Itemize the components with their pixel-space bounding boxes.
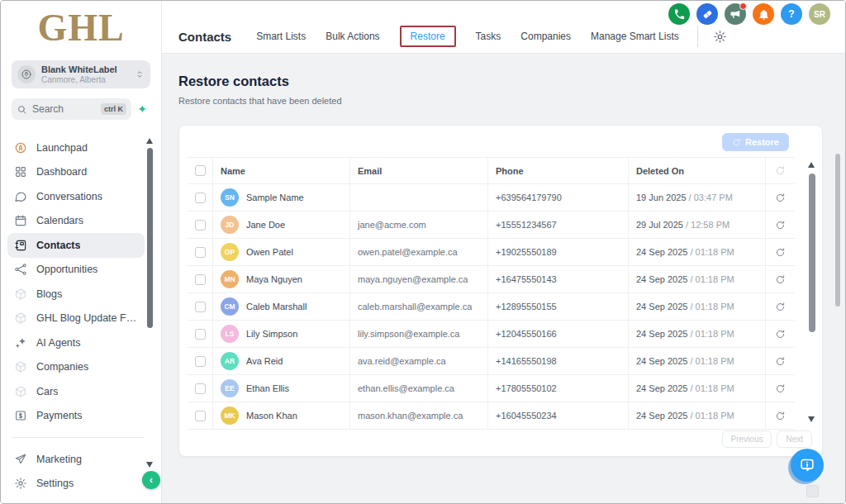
previous-button[interactable]: Previous <box>722 430 772 448</box>
support-chat-button[interactable] <box>791 449 824 482</box>
row-checkbox[interactable] <box>195 193 206 203</box>
restore-row-button[interactable] <box>775 274 786 285</box>
refresh-icon <box>775 302 786 312</box>
deleted-on-cell: 24 Sep 2025 / 01:18 PM <box>628 402 765 429</box>
scrollbar-thumb[interactable] <box>147 148 153 328</box>
payments-icon <box>14 409 27 422</box>
search-icon <box>17 104 27 115</box>
nav-extra <box>697 26 727 47</box>
row-checkbox[interactable] <box>195 247 206 258</box>
sidebar-item-opportunities[interactable]: Opportunities <box>7 258 145 283</box>
restore-row-button[interactable] <box>775 411 786 421</box>
bell-button[interactable] <box>753 3 774 25</box>
sidebar-item-settings[interactable]: Settings <box>7 472 145 497</box>
tab-bulk-actions[interactable]: Bulk Actions <box>326 31 379 42</box>
restore-contacts-subtitle: Restore contacts that have been deleted <box>178 96 342 106</box>
restore-button[interactable]: Restore <box>722 133 789 151</box>
sidebar-item-blogs[interactable]: Blogs <box>7 282 145 307</box>
sidebar-item-label: Dashboard <box>36 166 87 178</box>
sidebar-item-ghl-blog-update-fol[interactable]: GHL Blog Update Fol... <box>7 307 145 331</box>
settings-gear-icon[interactable] <box>713 30 727 44</box>
restore-table-card: Restore Name Email Phone Deleted On SNSa… <box>178 125 823 457</box>
tab-tasks[interactable]: Tasks <box>476 31 501 42</box>
email-cell <box>349 184 487 211</box>
scroll-down-arrow[interactable] <box>808 416 815 422</box>
search-row: Search ctrl K ✦ <box>12 98 150 120</box>
search-input[interactable]: Search ctrl K <box>12 98 131 120</box>
contacts-icon <box>14 239 27 252</box>
sidebar-item-marketing[interactable]: Marketing <box>7 447 145 472</box>
sidebar-item-dashboard[interactable]: Dashboard <box>7 160 145 185</box>
checkbox-cell <box>188 348 212 374</box>
sidebar-item-launchpad[interactable]: Launchpad <box>7 136 145 160</box>
bell-icon <box>758 8 770 21</box>
contact-name: Lily Simpson <box>246 329 297 339</box>
row-checkbox[interactable] <box>195 356 206 367</box>
restore-row-cell <box>765 184 795 211</box>
scroll-up-arrow[interactable] <box>146 138 153 144</box>
scroll-down-arrow[interactable] <box>146 462 153 468</box>
restore-row-button[interactable] <box>775 302 786 312</box>
scrollbar-thumb[interactable] <box>809 174 815 332</box>
sidebar-item-conversations[interactable]: Conversations <box>7 184 145 209</box>
restore-row-button[interactable] <box>775 356 786 367</box>
restore-row-button[interactable] <box>775 193 786 203</box>
restore-icon <box>732 138 741 147</box>
restore-row-cell <box>765 239 795 265</box>
table-scrollbar[interactable] <box>808 162 816 428</box>
sidebar-item-label: Cars <box>36 386 58 397</box>
sidebar-item-contacts[interactable]: Contacts <box>7 233 145 258</box>
row-checkbox[interactable] <box>195 220 206 231</box>
phone-cell: +16475550143 <box>487 266 628 292</box>
cube-icon <box>14 385 27 398</box>
page-scrollbar-thumb[interactable] <box>835 154 840 307</box>
row-checkbox[interactable] <box>195 383 206 394</box>
row-checkbox[interactable] <box>195 302 206 312</box>
main-content: Restore contacts Restore contacts that h… <box>162 54 845 503</box>
checkbox-cell <box>188 293 212 320</box>
sidebar-item-payments[interactable]: Payments <box>7 404 145 429</box>
ai-sparkle-icon[interactable]: ✦ <box>134 102 150 116</box>
collapse-sidebar-button[interactable]: ‹ <box>142 471 160 489</box>
checkbox-cell <box>188 375 212 402</box>
sidebar-item-calendars[interactable]: Calendars <box>7 209 145 234</box>
sidebar-item-companies[interactable]: Companies <box>7 355 145 380</box>
chevron-updown-icon <box>135 68 145 81</box>
tab-restore[interactable]: Restore <box>400 26 456 47</box>
megaphone-button[interactable] <box>725 3 746 25</box>
sidebar-item-cars[interactable]: Cars <box>7 379 145 404</box>
scroll-up-arrow[interactable] <box>808 162 815 168</box>
phone-cell: +639564179790 <box>487 184 628 211</box>
tab-bar: Smart ListsBulk ActionsRestoreTasksCompa… <box>256 26 679 47</box>
restore-row-button[interactable] <box>775 220 786 231</box>
help-button[interactable]: ? <box>781 3 802 25</box>
select-all-checkbox[interactable] <box>195 165 206 176</box>
next-button[interactable]: Next <box>777 430 812 448</box>
tab-companies[interactable]: Companies <box>520 31 571 42</box>
phone-cell: +16045550234 <box>487 402 628 429</box>
tab-smart-lists[interactable]: Smart Lists <box>256 31 306 42</box>
restore-row-button[interactable] <box>775 383 786 394</box>
help-label: ? <box>788 8 794 20</box>
row-checkbox[interactable] <box>195 274 206 285</box>
deleted-time: / 01:18 PM <box>687 274 734 284</box>
ticket-button[interactable] <box>696 3 718 25</box>
restore-row-cell <box>765 266 795 292</box>
location-badge-icon <box>17 65 36 83</box>
row-checkbox[interactable] <box>195 411 206 421</box>
phone-button[interactable] <box>668 3 690 25</box>
row-checkbox[interactable] <box>195 329 206 340</box>
table-row: OPOwen Patelowen.patel@example.ca+190255… <box>188 239 795 266</box>
restore-row-button[interactable] <box>775 329 786 340</box>
restore-row-cell <box>765 348 795 374</box>
email-cell: ava.reid@example.ca <box>349 348 487 374</box>
location-switcher[interactable]: Blank WhiteLabel Canmore, Alberta <box>12 60 150 88</box>
avatar-button[interactable]: SR <box>809 3 830 25</box>
sidebar-item-label: Calendars <box>36 215 83 226</box>
restore-column-header <box>765 158 795 183</box>
sidebar-item-ai-agents[interactable]: AI Agents <box>7 330 145 355</box>
sidebar-scrollbar[interactable] <box>146 138 154 478</box>
tab-manage-smart-lists[interactable]: Manage Smart Lists <box>591 31 679 42</box>
restore-row-button[interactable] <box>775 247 786 258</box>
sidebar-item-label: GHL Blog Update Fol... <box>36 312 138 324</box>
